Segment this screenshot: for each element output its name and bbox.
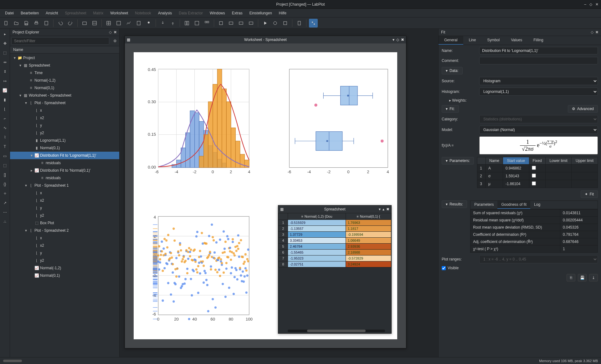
tree-item[interactable]: ⌊x2	[10, 197, 119, 204]
menu-hilfe[interactable]: Hilfe	[276, 10, 290, 17]
maximize-icon[interactable]: ◇	[589, 2, 592, 7]
scrollbar-thumb[interactable]	[3, 360, 22, 362]
load-template-icon[interactable]: ⤓	[589, 274, 598, 281]
fit-button[interactable]: ✦ Fit	[581, 190, 598, 198]
project-tree[interactable]: ▾📁Project▾▦Spreadsheet≡Time≡Normal(-1,2)…	[10, 53, 119, 357]
rect-icon[interactable]: ▭	[2, 153, 8, 159]
tool1-icon[interactable]	[217, 19, 225, 28]
misc4-icon[interactable]: ∴	[2, 218, 8, 225]
new-icon[interactable]	[2, 19, 11, 28]
tree-item[interactable]: ▾⌊Plot - Spreadsheet	[10, 99, 119, 107]
tab-values[interactable]: Values	[505, 36, 528, 45]
spreadsheet-titlebar[interactable]: ▦ Spreadsheet ▾ ▴ ✖	[278, 205, 391, 213]
save-icon[interactable]	[22, 19, 31, 28]
visible-checkbox-row[interactable]: Visible	[442, 266, 459, 270]
add-notebook-icon[interactable]	[134, 19, 143, 28]
add-workbook-icon[interactable]	[90, 19, 99, 28]
text-icon[interactable]: T	[2, 143, 8, 150]
menu-worksheet[interactable]: Worksheet	[107, 10, 131, 17]
menu-windows[interactable]: Windows	[207, 10, 228, 17]
tree-item[interactable]: ≡residuals	[10, 159, 119, 167]
menu-extras[interactable]: Extras	[229, 10, 246, 17]
comment-input[interactable]	[479, 57, 598, 64]
zoom-y-icon[interactable]: ⇕	[2, 68, 8, 75]
axis-icon[interactable]: 📈	[2, 87, 8, 94]
plot-histograms[interactable]: -6 -4 -2 0 2 4 0.00 0.15 0.30 0.45	[139, 58, 253, 186]
ax-b-icon[interactable]: ⌐	[2, 115, 8, 122]
zoom-x-icon[interactable]: ⇔	[2, 59, 8, 66]
menu-datei[interactable]: Datei	[2, 10, 17, 17]
stop-icon[interactable]	[271, 19, 280, 28]
tree-item[interactable]: ⬚Box Plot	[10, 219, 119, 227]
result-tab-log[interactable]: Log	[530, 201, 544, 209]
save-template-icon[interactable]: 💾	[578, 274, 587, 281]
grid2-icon[interactable]	[203, 19, 211, 28]
curve-step-icon[interactable]: ⌇	[2, 134, 8, 141]
chevron-right-icon[interactable]: ▸	[449, 98, 451, 103]
tree-item[interactable]: ▸📈Distribution Fit to 'Normal(0,1)'	[10, 167, 119, 174]
tab-general[interactable]: General	[439, 36, 463, 45]
tree-item[interactable]: ≡residuals	[10, 174, 119, 182]
tree-item[interactable]: ⌊x2	[10, 114, 119, 122]
result-tab-goodness-of-fit[interactable]: Goodness of fit	[497, 201, 530, 209]
result-tab-parameters[interactable]: Parameters	[470, 201, 497, 209]
close-subwin-icon[interactable]: ✖	[401, 38, 404, 42]
detach-icon[interactable]: ◇	[109, 30, 112, 34]
histogram-select[interactable]: Lognormal(1,1)	[479, 88, 598, 96]
menu-bearbeiten[interactable]: Bearbeiten	[18, 10, 42, 17]
tree-item[interactable]: ⌊y2	[10, 257, 119, 264]
menu-einstellungen[interactable]: Einstellungen	[246, 10, 275, 17]
max-icon[interactable]: ◇	[396, 38, 399, 42]
tree-item[interactable]: ≡Normal(0,1)	[10, 84, 119, 92]
misc1-icon[interactable]: ✧	[2, 190, 8, 197]
explorer-col-name[interactable]: Name	[10, 46, 119, 53]
menu-analysis[interactable]: Analysis	[155, 10, 175, 17]
tree-item[interactable]: ▾▦Spreadsheet	[10, 62, 119, 69]
tree-item[interactable]: ▾📁Project	[10, 54, 119, 62]
add-datapicker-icon[interactable]	[144, 19, 153, 28]
print-preview-icon[interactable]	[42, 19, 51, 28]
min-icon[interactable]: ▾	[393, 38, 394, 42]
data-section-toggle[interactable]: ▾ Data:	[442, 67, 463, 74]
tree-item[interactable]: ⌊x	[10, 189, 119, 197]
layout-icon[interactable]	[182, 19, 191, 28]
advanced-button[interactable]: ⚙ Advanced	[568, 105, 598, 113]
tree-item[interactable]: ⌊y2	[10, 129, 119, 137]
ax-l-icon[interactable]: ⌊	[2, 106, 8, 113]
mode-icon[interactable]	[309, 19, 318, 28]
sp-max-icon[interactable]: ▴	[383, 207, 384, 211]
grid-icon[interactable]	[193, 19, 201, 28]
brace-icon[interactable]: {}	[2, 181, 8, 188]
close-panel-icon[interactable]: ✖	[114, 30, 117, 34]
tree-item[interactable]: ▮Normal(0,1)	[10, 144, 119, 152]
plot-scatter[interactable]: 0 20 40 60 80 100 4 2 0 -2 -4	[139, 205, 253, 334]
tree-item[interactable]: ⌊y	[10, 249, 119, 257]
tree-item[interactable]: ≡Time	[10, 69, 119, 77]
worksheet-titlebar[interactable]: ▦ Worksheet - Spreadsheet ▾ ◇ ✖	[125, 36, 406, 43]
copy-icon[interactable]: ⎘	[567, 274, 575, 281]
plot-boxplot[interactable]: -6 -4 -2 0 2 4	[278, 58, 392, 186]
play-icon[interactable]	[261, 19, 270, 28]
import-icon[interactable]	[158, 19, 167, 28]
tree-item[interactable]: ⌊y2	[10, 212, 119, 219]
h-scrollbar-thumb[interactable]	[307, 330, 366, 332]
source-select[interactable]: Histogram	[479, 77, 598, 85]
results-section-toggle[interactable]: ▾ Results:	[442, 200, 467, 208]
fit-section-toggle[interactable]: ▾ Fit:	[442, 105, 459, 113]
bracket-icon[interactable]: []	[2, 171, 8, 178]
tree-item[interactable]: ≡Normal(-1,2)	[10, 77, 119, 84]
search-input[interactable]	[11, 37, 109, 45]
pointer-icon[interactable]: ▸	[2, 31, 8, 38]
settings-icon[interactable]	[281, 19, 290, 28]
minimize-icon[interactable]: –	[584, 2, 586, 7]
cursor-icon[interactable]: ↦	[2, 78, 8, 84]
tool3-icon[interactable]	[237, 19, 245, 28]
fit-detach-icon[interactable]: ◇	[591, 30, 593, 34]
visible-checkbox[interactable]	[442, 266, 446, 270]
tab-symbol[interactable]: Symbol	[481, 36, 505, 45]
tree-item[interactable]: ▾▦Worksheet - Spreadsheet	[10, 92, 119, 99]
curve-line-icon[interactable]: ∿	[2, 124, 8, 131]
close-icon[interactable]: ✕	[595, 2, 598, 7]
doc-icon[interactable]	[295, 19, 304, 28]
name-input[interactable]	[479, 47, 598, 54]
